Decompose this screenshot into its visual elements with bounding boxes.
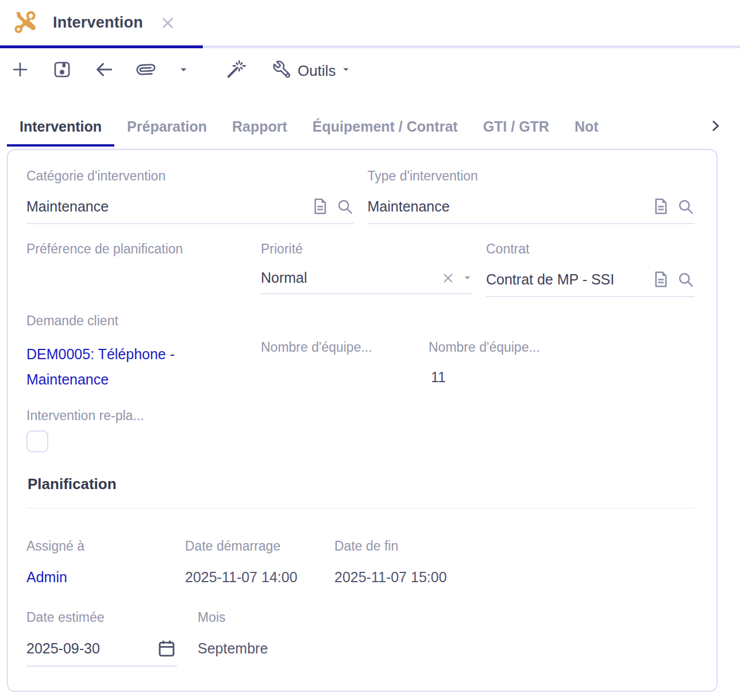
field-priorite: Priorité Normal: [261, 241, 472, 297]
close-icon[interactable]: [159, 14, 176, 32]
back-arrow-icon: [93, 59, 115, 83]
field-label: Préférence de planification: [26, 241, 252, 257]
field-date-demarrage: Date démarrage 2025-11-07 14:00: [185, 539, 334, 586]
field-label: Mois: [198, 610, 695, 625]
paperclip-icon: [136, 59, 156, 82]
replanifiee-checkbox[interactable]: [26, 430, 48, 452]
date-de-fin-value[interactable]: 2025-11-07 15:00: [334, 569, 695, 586]
outils-menu-button[interactable]: Outils: [272, 60, 350, 82]
field-label: Nombre d'équipe...: [261, 340, 429, 355]
search-icon[interactable]: [336, 198, 354, 216]
tools-icon: [11, 9, 38, 37]
field-categorie-intervention: Catégorie d'intervention Maintenance: [26, 168, 354, 224]
outils-label: Outils: [298, 62, 336, 80]
form-row-6: Date estimée 2025-09-30 Mois Septembre: [26, 610, 695, 667]
magic-actions-button[interactable]: [222, 56, 249, 86]
attachment-dropdown-button[interactable]: [175, 56, 192, 86]
field-label: Demande client: [26, 313, 252, 329]
field-label: Date de fin: [334, 539, 695, 554]
save-icon: [52, 59, 72, 82]
form-row-2: Préférence de planification Priorité Nor…: [26, 241, 695, 297]
tab-not[interactable]: Not: [562, 105, 611, 149]
section-divider: [26, 508, 695, 509]
field-date-estimee: Date estimée 2025-09-30: [26, 610, 177, 667]
tab-preparation[interactable]: Préparation: [114, 105, 219, 149]
field-nombre-equipe-1: Nombre d'équipe...: [261, 313, 429, 392]
mois-value: Septembre: [198, 640, 695, 657]
save-button[interactable]: [49, 56, 75, 86]
tab-gti-gtr[interactable]: GTI / GTR: [471, 105, 562, 149]
caret-down-icon: [341, 65, 350, 76]
field-label: Nombre d'équipe...: [429, 340, 695, 355]
caret-down-icon: [179, 65, 188, 77]
field-demande-client: Demande client DEM0005: Téléphone - Main…: [26, 313, 252, 392]
type-intervention-input[interactable]: Maintenance: [368, 198, 645, 215]
back-button[interactable]: [91, 56, 117, 86]
demande-client-link[interactable]: DEM0005: Téléphone - Maintenance: [26, 341, 216, 392]
field-preference-planification: Préférence de planification: [26, 241, 252, 297]
attachment-button[interactable]: [133, 56, 159, 86]
field-date-de-fin: Date de fin 2025-11-07 15:00: [334, 539, 695, 586]
form-row-3: Demande client DEM0005: Téléphone - Main…: [26, 313, 695, 392]
date-estimee-input[interactable]: 2025-09-30: [26, 640, 156, 657]
field-type-intervention: Type d'intervention Maintenance: [368, 168, 695, 224]
magic-wand-icon: [225, 59, 246, 83]
field-label: Catégorie d'intervention: [26, 168, 354, 184]
field-nombre-equipe-2: Nombre d'équipe... 11: [429, 313, 695, 392]
nombre-equipe-value[interactable]: 11: [429, 369, 695, 386]
form-row-5: Assigné à Admin Date démarrage 2025-11-0…: [26, 539, 695, 586]
field-intervention-replanifiee: Intervention re-pla...: [26, 408, 695, 452]
plus-icon: [10, 60, 30, 82]
planification-section-heading: Planification: [28, 475, 695, 493]
clear-icon[interactable]: [441, 271, 456, 286]
field-assigne-a: Assigné à Admin: [26, 539, 185, 586]
document-icon[interactable]: [311, 197, 329, 216]
wrench-icon: [272, 60, 292, 82]
form-tabnav: Intervention Préparation Rapport Équipem…: [0, 92, 740, 149]
field-mois: Mois Septembre: [198, 610, 695, 667]
window-tab-intervention[interactable]: Intervention: [0, 0, 203, 45]
contrat-input[interactable]: Contrat de MP - SSI: [486, 271, 645, 288]
document-icon[interactable]: [652, 270, 670, 289]
search-icon[interactable]: [677, 271, 695, 289]
field-label: Type d'intervention: [368, 168, 695, 184]
field-label: Intervention re-pla...: [26, 408, 695, 424]
window-tabbar: Intervention: [0, 0, 740, 48]
tab-intervention[interactable]: Intervention: [7, 105, 114, 149]
form-row-1: Catégorie d'intervention Maintenance: [26, 168, 695, 224]
add-button[interactable]: [7, 56, 33, 86]
field-label: Priorité: [261, 241, 472, 257]
window-tab-title: Intervention: [53, 14, 143, 32]
field-label: Contrat: [486, 241, 695, 257]
chevron-right-icon: [708, 118, 723, 136]
tab-rapport[interactable]: Rapport: [219, 105, 300, 149]
tab-equipement-contrat[interactable]: Équipement / Contrat: [300, 105, 471, 149]
field-label: Assigné à: [26, 539, 185, 554]
toolbar: Outils: [0, 49, 740, 92]
search-icon[interactable]: [677, 198, 695, 216]
date-demarrage-value[interactable]: 2025-11-07 14:00: [185, 569, 334, 586]
window-tab-active-indicator: [0, 45, 203, 48]
intervention-form-card: Catégorie d'intervention Maintenance: [7, 149, 718, 692]
caret-down-icon[interactable]: [462, 273, 472, 283]
categorie-intervention-input[interactable]: Maintenance: [26, 198, 304, 215]
document-icon[interactable]: [652, 197, 670, 216]
tabs-scroll-right-button[interactable]: [708, 118, 731, 136]
calendar-icon[interactable]: [156, 638, 177, 659]
field-label: Date démarrage: [185, 539, 334, 554]
assigne-a-link[interactable]: Admin: [26, 569, 67, 586]
field-label: Date estimée: [26, 610, 177, 625]
priorite-select[interactable]: Normal: [261, 270, 434, 286]
field-contrat: Contrat Contrat de MP - SSI: [486, 241, 695, 297]
